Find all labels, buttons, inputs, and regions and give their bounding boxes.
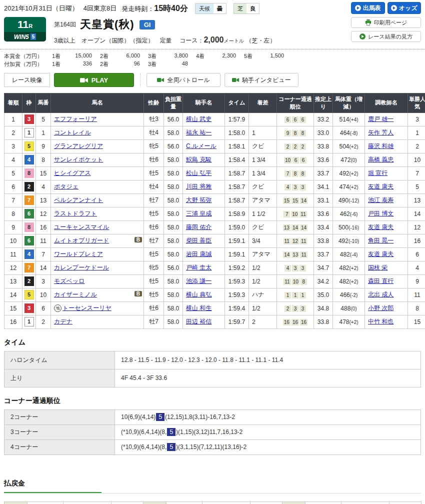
jockey-link[interactable]: 横山 典弘 [186,291,212,298]
horse-name-link[interactable]: カレンブーケドール [54,264,109,271]
result-row: 1147ワールドプレミア牡558.0岩田 康誠1:59.1アタマ14131133… [4,248,425,261]
play-button[interactable]: PLAY [54,73,134,87]
sex-age: 牝5 [144,261,164,274]
corner-position-box: 1 [292,292,298,298]
jockey-link[interactable]: 岩田 康誠 [186,250,212,258]
jockey-link[interactable]: C.ルメール [186,142,216,150]
horse-weight: 482(+2) [333,261,365,274]
horse-name-link[interactable]: エフフォーリア [54,116,97,122]
horse-number: 13 [36,194,51,207]
entry-table-button[interactable]: 出馬表 [351,2,385,14]
win-favorite: 7 [408,166,425,180]
trainer-link[interactable]: 堀 宣行 [368,170,388,176]
jockey-link[interactable]: 大野 拓弥 [186,196,212,204]
horse-weight-diff: (0) [350,306,356,312]
trainer-link[interactable]: 戸田 博文 [368,210,394,217]
horse-name-link[interactable]: グランアレグリア [54,142,103,150]
jockey-link[interactable]: 横山 和生 [186,304,212,312]
corner-position-box: 16 [300,319,308,326]
horse-name-link[interactable]: トーセンスーリヤ [62,304,112,312]
corner-order-pre: (*10,9)(6,4,14)(8, [121,444,166,450]
corner-positions: 1066 [277,153,314,166]
divider [0,49,425,50]
frame-cell: 6 [22,234,36,248]
corner-row-label: 4コーナー [4,440,115,454]
horse-name-link[interactable]: サンレイポケット [54,156,103,163]
horse-name-link[interactable]: モズベッロ [54,278,84,284]
jockey-link[interactable]: 三浦 皇成 [186,210,212,217]
column-header-1: 枠 [22,94,36,113]
trainer-link[interactable]: 森田 直行 [368,278,394,284]
horse-name-link[interactable]: ワールドプレミア [54,250,103,258]
jockey-link[interactable]: 池添 謙一 [186,278,212,284]
horse-name-link[interactable]: カデナ [54,318,72,325]
horse-number: 4 [36,180,51,194]
trainer-cell: 高橋 義忠 [365,153,408,166]
result-guide-button[interactable]: レース結果の見方 [351,31,421,42]
patrol-video-button[interactable]: 全周パトロール [146,73,220,87]
jockey-link[interactable]: 松山 弘平 [186,170,212,176]
trainer-link[interactable]: 国枝 栄 [368,264,388,271]
trainer-link[interactable]: 藤沢 和雄 [368,142,394,150]
jockey-cell: 大野 拓弥 [183,194,225,207]
jockey-link[interactable]: 田辺 裕信 [186,318,212,325]
corner-position-box: 16 [292,319,299,326]
jockey-link[interactable]: 戸崎 圭太 [186,264,212,271]
horse-weight: 464(-8) [333,126,365,140]
margin: アタマ [249,194,277,207]
trainer-link[interactable]: 友道 康夫 [368,250,394,258]
horse-name-link[interactable]: カイザーミノル [54,291,97,298]
last-3f: 35.0 [314,288,333,302]
trainer-link[interactable]: 北出 成人 [368,291,394,298]
jockey-interview-button[interactable]: 騎手インタビュー [224,73,298,87]
win-favorite: 14 [408,207,425,220]
jockey-link[interactable]: 川田 将雅 [186,183,212,190]
horse-name-link[interactable]: ユーキャンスマイル [54,224,109,230]
odds-button[interactable]: オッズ [388,2,422,14]
trainer-link[interactable]: 鹿戸 雄一 [368,116,394,122]
trainer-link[interactable]: 友道 康夫 [368,224,394,230]
trainer-link[interactable]: 池江 泰寿 [368,196,394,204]
trainer-link[interactable]: 角田 晃一 [368,237,394,244]
horse-name-cell: ワールドプレミア [51,248,144,261]
frame-number: 7 [24,263,34,272]
horse-number: 16 [36,220,51,234]
jockey-link[interactable]: 福永 祐一 [186,129,212,136]
horse-name-link[interactable]: ラストドラフト [54,210,97,217]
video-camera-icon [80,78,88,83]
jockey-link[interactable]: 横山 武史 [186,116,212,122]
jockey-link[interactable]: 柴田 善臣 [186,237,212,244]
trainer-link[interactable]: 小野 次郎 [368,304,394,312]
sex-age: 牡6 [144,220,164,234]
trainer-cell: 戸田 博文 [365,207,408,220]
jockey-link[interactable]: 鮫島 克駿 [186,156,212,163]
frame-number: 7 [24,196,34,205]
winner-number-highlight: 5 [156,413,164,421]
frame-number: 2 [24,276,34,286]
horse-name-cell: エフフォーリア [51,112,144,126]
corner-position-box: 14 [292,224,299,231]
trainer-link[interactable]: 高橋 義忠 [368,156,394,163]
result-row: 5815ヒシイグアス牡558.0松山 弘平1:58.71 3/478833.74… [4,166,425,180]
horse-name-link[interactable]: ペルシアンナイト [54,196,103,204]
horse-name-link[interactable]: コントレイル [54,129,91,136]
corner-row-value: 10(6,9)(4,14)5(12,15)1,8(3,11)-16,7,13-2 [115,410,421,424]
horse-weight: 492(+2) [333,166,365,180]
horse-weight-diff: (0) [350,158,356,163]
trainer-link[interactable]: 矢作 芳人 [368,129,394,136]
trainer-link[interactable]: 友道 康夫 [368,183,394,190]
print-page-button[interactable]: 印刷用ページ [351,17,421,28]
horse-name-link[interactable]: ヒシイグアス [54,170,91,176]
payout-popularity: 3番人気 [112,502,144,504]
horse-weight: 472(0) [333,153,365,166]
horse-name-link[interactable]: ムイトオブリガード [54,237,109,244]
start-time-wrap: 発走時刻：15時40分 [122,4,188,14]
margin: アタマ [249,248,277,261]
carried-weight: 56.0 [164,112,183,126]
race-number-badge: 11R WIN5 5 [4,17,46,42]
horse-name-link[interactable]: ポタジェ [54,183,78,190]
trainer-link[interactable]: 中竹 和也 [368,318,394,325]
horse-weight-value: 482 [339,264,349,272]
corner-position-box: 10 [291,211,298,218]
jockey-link[interactable]: 藤岡 佑介 [186,224,212,230]
